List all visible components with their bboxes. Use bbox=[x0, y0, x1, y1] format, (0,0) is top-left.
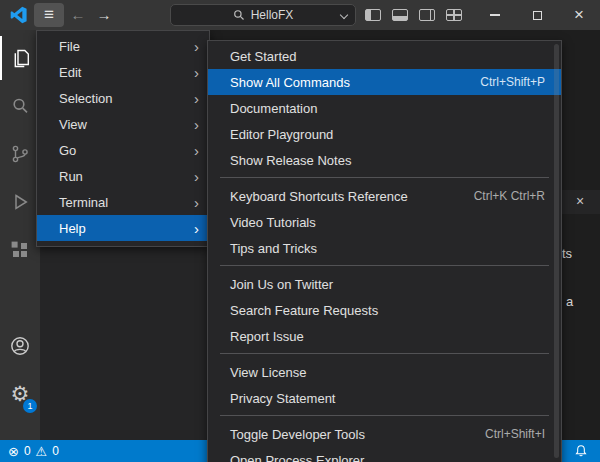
menu-item-help[interactable]: Help › bbox=[37, 215, 209, 241]
submenu-item-label: Report Issue bbox=[230, 329, 304, 344]
submenu-item-label: View License bbox=[230, 365, 306, 380]
vscode-logo-icon bbox=[10, 6, 28, 24]
navigate-back-button[interactable]: ← bbox=[66, 0, 90, 30]
menu-separator bbox=[220, 353, 549, 354]
navigate-forward-button[interactable]: → bbox=[92, 0, 116, 30]
menu-item-selection[interactable]: Selection › bbox=[37, 85, 209, 111]
toggle-primary-sidebar-icon[interactable] bbox=[365, 9, 381, 21]
menu-item-label: Terminal bbox=[59, 195, 108, 210]
error-count: 0 bbox=[24, 444, 31, 458]
submenu-item-view-license[interactable]: View License bbox=[208, 359, 561, 385]
menu-item-label: Edit bbox=[59, 65, 81, 80]
bell-icon bbox=[574, 444, 588, 458]
submenu-item-video-tutorials[interactable]: Video Tutorials bbox=[208, 209, 561, 235]
submenu-item-label: Privacy Statement bbox=[230, 391, 336, 406]
submenu-item-label: Show All Commands bbox=[230, 75, 350, 90]
sidebar-item-accounts[interactable] bbox=[0, 324, 40, 368]
menu-item-label: View bbox=[59, 117, 87, 132]
submenu-item-privacy-statement[interactable]: Privacy Statement bbox=[208, 385, 561, 411]
submenu-item-label: Keyboard Shortcuts Reference bbox=[230, 189, 408, 204]
submenu-item-label: Search Feature Requests bbox=[230, 303, 378, 318]
notifications-button[interactable] bbox=[574, 444, 600, 458]
window-minimize-button[interactable] bbox=[474, 0, 516, 30]
sidebar-item-extensions[interactable] bbox=[0, 228, 40, 272]
menu-item-go[interactable]: Go › bbox=[37, 137, 209, 163]
menu-item-label: File bbox=[59, 39, 80, 54]
submenu-item-report-issue[interactable]: Report Issue bbox=[208, 323, 561, 349]
chevron-right-icon: › bbox=[194, 40, 199, 53]
submenu-item-label: Toggle Developer Tools bbox=[230, 427, 365, 442]
settings-badge: 1 bbox=[23, 399, 37, 413]
submenu-item-label: Tips and Tricks bbox=[230, 241, 317, 256]
submenu-item-keyboard-shortcuts-reference[interactable]: Keyboard Shortcuts Reference Ctrl+K Ctrl… bbox=[208, 183, 561, 209]
submenu-item-open-process-explorer[interactable]: Open Process Explorer bbox=[208, 447, 561, 462]
menu-item-edit[interactable]: Edit › bbox=[37, 59, 209, 85]
title-bar: ≡ ← → HelloFX × bbox=[0, 0, 600, 30]
app-menu-dropdown: File › Edit › Selection › View › Go › Ru… bbox=[36, 30, 210, 247]
menu-item-label: Help bbox=[59, 221, 86, 236]
submenu-item-documentation[interactable]: Documentation bbox=[208, 95, 561, 121]
help-submenu: Get Started Show All Commands Ctrl+Shift… bbox=[207, 40, 562, 462]
layout-controls bbox=[365, 0, 462, 30]
source-control-icon bbox=[9, 143, 31, 165]
toggle-secondary-sidebar-icon[interactable] bbox=[419, 9, 435, 21]
sidebar-item-run-debug[interactable] bbox=[0, 180, 40, 224]
toggle-panel-icon[interactable] bbox=[392, 9, 408, 21]
customize-layout-icon[interactable] bbox=[446, 9, 462, 21]
maximize-icon bbox=[533, 11, 542, 20]
submenu-item-label: Video Tutorials bbox=[230, 215, 316, 230]
submenu-item-label: Get Started bbox=[230, 49, 296, 64]
menu-separator bbox=[220, 265, 549, 266]
chevron-right-icon: › bbox=[194, 196, 199, 209]
submenu-item-join-us-on-twitter[interactable]: Join Us on Twitter bbox=[208, 271, 561, 297]
sidebar-item-explorer[interactable] bbox=[0, 36, 40, 80]
menu-item-terminal[interactable]: Terminal › bbox=[37, 189, 209, 215]
chevron-right-icon: › bbox=[194, 66, 199, 79]
problems-indicator[interactable]: ⊗ 0 ⚠ 0 bbox=[0, 444, 59, 459]
editor-text-fragment: ts bbox=[562, 246, 572, 261]
keybinding-label: Ctrl+K Ctrl+R bbox=[474, 189, 545, 203]
search-icon bbox=[9, 95, 31, 117]
chevron-down-icon bbox=[340, 11, 348, 19]
editor-close-icon[interactable]: × bbox=[576, 193, 584, 209]
menu-separator bbox=[220, 177, 549, 178]
menu-item-run[interactable]: Run › bbox=[37, 163, 209, 189]
close-icon: × bbox=[574, 5, 584, 25]
submenu-item-show-release-notes[interactable]: Show Release Notes bbox=[208, 147, 561, 173]
editor-text-fragment: a bbox=[566, 294, 573, 309]
vscode-window: ≡ ← → HelloFX × bbox=[0, 0, 600, 462]
submenu-item-label: Join Us on Twitter bbox=[230, 277, 333, 292]
search-icon bbox=[233, 9, 245, 21]
keybinding-label: Ctrl+Shift+I bbox=[485, 427, 545, 441]
minimize-icon bbox=[490, 14, 500, 15]
warning-count: 0 bbox=[52, 444, 59, 458]
submenu-item-get-started[interactable]: Get Started bbox=[208, 43, 561, 69]
submenu-item-show-all-commands[interactable]: Show All Commands Ctrl+Shift+P bbox=[208, 69, 561, 95]
submenu-scrollbar[interactable] bbox=[554, 44, 559, 458]
submenu-item-tips-and-tricks[interactable]: Tips and Tricks bbox=[208, 235, 561, 261]
command-center-search[interactable]: HelloFX bbox=[170, 4, 356, 26]
sidebar-item-search[interactable] bbox=[0, 84, 40, 128]
submenu-item-toggle-developer-tools[interactable]: Toggle Developer Tools Ctrl+Shift+I bbox=[208, 421, 561, 447]
activity-bar: ⚙ 1 bbox=[0, 30, 40, 440]
menu-separator bbox=[220, 415, 549, 416]
menu-item-file[interactable]: File › bbox=[37, 33, 209, 59]
chevron-right-icon: › bbox=[194, 222, 199, 235]
warning-icon: ⚠ bbox=[36, 444, 48, 459]
sidebar-item-source-control[interactable] bbox=[0, 132, 40, 176]
window-close-button[interactable]: × bbox=[558, 0, 600, 30]
chevron-right-icon: › bbox=[194, 144, 199, 157]
chevron-right-icon: › bbox=[194, 118, 199, 131]
menu-item-label: Selection bbox=[59, 91, 112, 106]
menu-hamburger-button[interactable]: ≡ bbox=[34, 3, 64, 27]
submenu-item-search-feature-requests[interactable]: Search Feature Requests bbox=[208, 297, 561, 323]
window-maximize-button[interactable] bbox=[516, 0, 558, 30]
run-debug-icon bbox=[9, 191, 31, 213]
files-icon bbox=[10, 47, 32, 69]
sidebar-item-settings[interactable]: ⚙ 1 bbox=[0, 372, 40, 416]
submenu-item-editor-playground[interactable]: Editor Playground bbox=[208, 121, 561, 147]
menu-item-label: Go bbox=[59, 143, 76, 158]
extensions-icon bbox=[9, 239, 31, 261]
menu-item-view[interactable]: View › bbox=[37, 111, 209, 137]
chevron-right-icon: › bbox=[194, 92, 199, 105]
